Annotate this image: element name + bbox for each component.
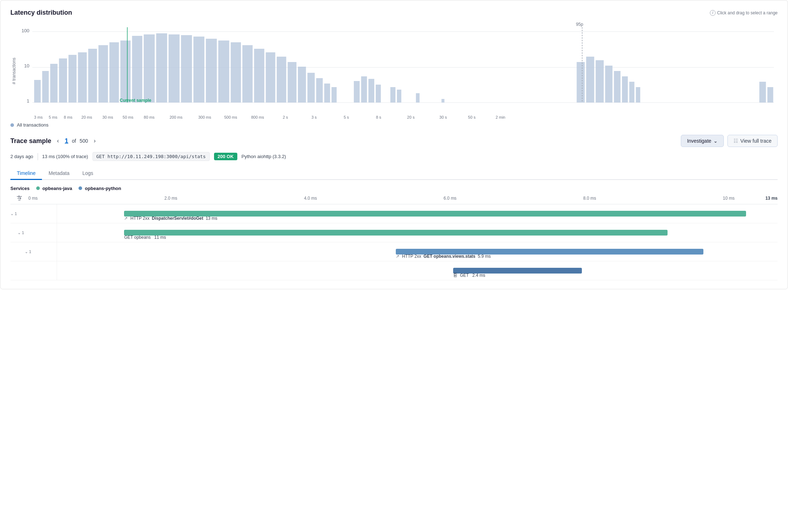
legend-label: All transactions — [17, 122, 48, 128]
service-dot-python — [79, 186, 82, 190]
current-sample-number[interactable]: 1 — [65, 137, 68, 145]
chevron-down-icon: ⌄ — [713, 138, 718, 144]
trace-bar-area-2: GET opbeans 11 ms — [57, 223, 778, 242]
trace-row-left-1: ⌄ 1 — [10, 204, 57, 223]
tab-metadata[interactable]: Metadata — [42, 167, 76, 180]
svg-rect-12 — [78, 52, 87, 103]
timeline-header: 0 ms 2.0 ms 4.0 ms 6.0 ms 8.0 ms 10 ms 1… — [10, 195, 778, 204]
collapse-btn-3[interactable]: ⌄ 1 — [25, 250, 31, 254]
svg-rect-45 — [586, 57, 594, 103]
svg-rect-46 — [596, 60, 604, 103]
timeline-end: 13 ms — [756, 196, 778, 201]
trace-row-left-2: ⌄ 1 — [10, 223, 57, 242]
svg-text:1: 1 — [27, 98, 29, 104]
svg-rect-48 — [614, 71, 620, 103]
x-axis: 3 ms 5 ms 8 ms 20 ms 30 ms 50 ms 80 ms 2… — [31, 115, 778, 119]
legend-dot — [10, 123, 14, 127]
svg-text:# transactions: # transactions — [11, 58, 16, 85]
table-row[interactable]: 🗄 GET 2.4 ms — [10, 261, 778, 280]
svg-rect-44 — [577, 62, 585, 103]
svg-rect-15 — [109, 42, 119, 103]
view-full-trace-button[interactable]: ☷ View full trace — [727, 135, 778, 147]
svg-text:100: 100 — [22, 28, 29, 33]
trace-bar-area-1: ↗ HTTP 2xx DispatcherServlet#doGet 13 ms — [57, 204, 778, 223]
table-row[interactable]: ⌄ 1 GET opbeans 11 ms — [10, 223, 778, 242]
trace-bar-area-4: 🗄 GET 2.4 ms — [57, 261, 778, 280]
trace-row-left-4 — [10, 261, 57, 280]
svg-rect-17 — [132, 36, 142, 103]
service-java-label: opbeans-java — [42, 186, 72, 191]
svg-rect-50 — [629, 82, 634, 103]
document-icon: ☷ — [734, 138, 738, 144]
table-row[interactable]: ⌄ 1 ↗ HTTP 2xx GET opbeans.views.stats 5… — [10, 242, 778, 261]
collapse-btn-1[interactable]: ⌄ 1 — [10, 212, 17, 216]
svg-rect-43 — [441, 99, 444, 103]
svg-rect-29 — [277, 57, 286, 103]
svg-rect-33 — [316, 78, 323, 103]
svg-rect-21 — [181, 35, 192, 103]
svg-rect-40 — [390, 87, 395, 103]
investigate-button[interactable]: Investigate ⌄ — [681, 135, 724, 147]
svg-rect-23 — [206, 39, 217, 103]
tab-timeline[interactable]: Timeline — [10, 167, 42, 180]
timeline-scale: 0 ms 2.0 ms 4.0 ms 6.0 ms 8.0 ms 10 ms — [28, 196, 756, 201]
svg-rect-22 — [194, 37, 205, 103]
db-icon: 🗄 — [453, 273, 457, 278]
trace-bar-2 — [124, 230, 667, 236]
svg-rect-39 — [376, 85, 381, 103]
svg-rect-13 — [88, 49, 97, 103]
svg-rect-53 — [767, 87, 773, 103]
svg-rect-26 — [242, 45, 253, 103]
trace-label-1: ↗ HTTP 2xx DispatcherServlet#doGet 13 ms — [124, 216, 217, 221]
next-sample-button[interactable]: › — [91, 137, 98, 145]
svg-rect-36 — [354, 81, 360, 103]
info-icon: i — [710, 10, 716, 16]
trace-bar-1 — [124, 211, 746, 217]
svg-rect-18 — [144, 34, 155, 103]
scale-6ms: 6.0 ms — [443, 196, 456, 201]
trace-url[interactable]: GET http://10.11.249.198:3000/api/stats — [92, 152, 210, 161]
prev-sample-button[interactable]: ‹ — [55, 137, 61, 145]
svg-text:95p: 95p — [576, 22, 583, 27]
svg-rect-32 — [307, 73, 314, 103]
svg-rect-28 — [266, 52, 275, 103]
service-python-label: opbeans-python — [85, 186, 121, 191]
svg-rect-8 — [42, 71, 49, 103]
svg-rect-35 — [332, 87, 337, 103]
svg-rect-16 — [120, 41, 131, 103]
table-row[interactable]: ⌄ 1 ↗ HTTP 2xx DispatcherServlet#doGet 1… — [10, 204, 778, 223]
of-label: of — [72, 138, 76, 144]
scale-2ms: 2.0 ms — [164, 196, 177, 201]
trace-info: 2 days ago 13 ms (100% of trace) GET htt… — [10, 152, 778, 161]
svg-rect-25 — [231, 42, 241, 103]
trace-duration: 13 ms (100% of trace) — [42, 154, 88, 159]
svg-rect-51 — [636, 87, 640, 103]
trace-sample-title: Trace sample ‹ 1 of 500 › — [10, 137, 98, 145]
svg-rect-10 — [59, 58, 67, 103]
http-icon-2: ↗ — [396, 254, 399, 259]
scale-10ms: 10 ms — [723, 196, 735, 201]
trace-bar-area-3: ↗ HTTP 2xx GET opbeans.views.stats 5.9 m… — [57, 242, 778, 261]
svg-rect-38 — [369, 79, 374, 103]
svg-rect-14 — [99, 45, 108, 103]
svg-rect-7 — [34, 80, 41, 103]
svg-rect-9 — [50, 64, 57, 103]
tabs: Timeline Metadata Logs — [10, 167, 778, 180]
scale-0ms: 0 ms — [28, 196, 38, 201]
svg-rect-24 — [218, 41, 229, 103]
svg-rect-52 — [759, 82, 766, 103]
collapse-btn-2[interactable]: ⌄ 1 — [18, 231, 24, 235]
total-samples: 500 — [80, 138, 88, 144]
trace-label-3: ↗ HTTP 2xx GET opbeans.views.stats 5.9 m… — [396, 254, 491, 259]
trace-status: 200 OK — [214, 153, 237, 160]
tab-logs[interactable]: Logs — [76, 167, 100, 180]
filter-icon[interactable] — [10, 195, 28, 202]
svg-rect-20 — [168, 34, 180, 103]
http-icon-1: ↗ — [124, 216, 128, 221]
svg-rect-49 — [622, 76, 628, 103]
trace-service: Python aiohttp (3.3.2) — [242, 154, 286, 159]
chart-legend: All transactions — [10, 122, 778, 128]
svg-rect-31 — [298, 67, 306, 103]
svg-rect-42 — [416, 93, 419, 103]
service-dot-java — [36, 186, 40, 190]
